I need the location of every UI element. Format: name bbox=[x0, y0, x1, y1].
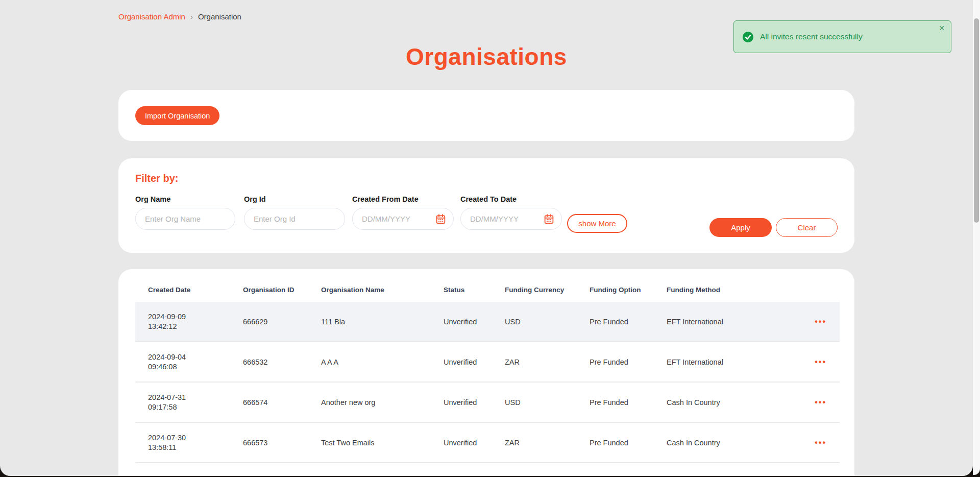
created-to-date-label: Created To Date bbox=[460, 195, 562, 203]
col-header-funding-currency: Funding Currency bbox=[505, 286, 590, 294]
col-header-funding-method: Funding Method bbox=[667, 286, 784, 294]
cell-funding-option: Pre Funded bbox=[590, 398, 667, 407]
cell-created-date: 2024-09-09 13:42:12 bbox=[148, 312, 243, 331]
row-actions-menu-icon[interactable]: ••• bbox=[815, 398, 826, 407]
created-time: 13:58:11 bbox=[148, 443, 243, 452]
cell-status: Unverified bbox=[444, 398, 505, 407]
cell-funding-method: EFT International bbox=[667, 358, 784, 366]
cell-organisation-name: 111 Bla bbox=[321, 318, 444, 326]
created-time: 13:42:12 bbox=[148, 322, 243, 331]
cell-created-date: 2024-07-30 13:58:11 bbox=[148, 433, 243, 452]
filter-field-created-from-date: Created From Date bbox=[352, 195, 454, 230]
org-id-label: Org Id bbox=[244, 195, 345, 203]
chevron-right-icon: › bbox=[190, 12, 193, 21]
org-id-input[interactable] bbox=[244, 208, 345, 230]
organisations-table: Created Date Organisation ID Organisatio… bbox=[135, 269, 840, 463]
filter-field-org-name: Org Name bbox=[135, 195, 235, 230]
created-date: 2024-09-09 bbox=[148, 312, 243, 322]
show-more-button[interactable]: show More bbox=[567, 214, 627, 233]
toast-message: All invites resent successfully bbox=[760, 32, 863, 41]
cell-organisation-id: 666532 bbox=[243, 358, 321, 366]
col-header-created-date: Created Date bbox=[148, 286, 243, 294]
cell-created-date: 2024-07-31 09:17:58 bbox=[148, 393, 243, 412]
created-date: 2024-09-04 bbox=[148, 352, 243, 362]
breadcrumb-current: Organisation bbox=[198, 12, 241, 21]
import-card: Import Organisation bbox=[118, 90, 854, 141]
created-from-date-label: Created From Date bbox=[352, 195, 454, 203]
cell-organisation-name: A A A bbox=[321, 358, 444, 366]
calendar-icon[interactable] bbox=[544, 213, 554, 224]
row-actions-menu-icon[interactable]: ••• bbox=[815, 317, 826, 326]
calendar-icon[interactable] bbox=[435, 213, 446, 224]
toast-close-icon[interactable]: ✕ bbox=[939, 23, 945, 33]
organisations-table-card: Created Date Organisation ID Organisatio… bbox=[118, 269, 854, 476]
col-header-organisation-name: Organisation Name bbox=[321, 286, 444, 294]
org-name-input[interactable] bbox=[135, 208, 235, 230]
apply-button[interactable]: Apply bbox=[709, 218, 772, 237]
filter-title: Filter by: bbox=[135, 173, 178, 184]
row-actions-menu-icon[interactable]: ••• bbox=[815, 438, 826, 447]
check-circle-icon bbox=[742, 31, 754, 43]
cell-funding-method: Cash In Country bbox=[667, 398, 784, 407]
cell-status: Unverified bbox=[444, 318, 505, 326]
table-row: 2024-09-09 13:42:12 666629 111 Bla Unver… bbox=[135, 302, 840, 342]
cell-status: Unverified bbox=[444, 439, 505, 447]
cell-funding-option: Pre Funded bbox=[590, 439, 667, 447]
table-header-row: Created Date Organisation ID Organisatio… bbox=[135, 269, 840, 302]
filter-field-created-to-date: Created To Date bbox=[460, 195, 562, 230]
col-header-funding-option: Funding Option bbox=[590, 286, 667, 294]
cell-funding-currency: ZAR bbox=[505, 439, 590, 447]
cell-status: Unverified bbox=[444, 358, 505, 366]
cell-funding-currency: USD bbox=[505, 398, 590, 407]
cell-funding-currency: USD bbox=[505, 318, 590, 326]
cell-funding-method: EFT International bbox=[667, 318, 784, 326]
filter-card: Filter by: Org Name Org Id Created From … bbox=[118, 158, 854, 253]
cell-funding-currency: ZAR bbox=[505, 358, 590, 366]
col-header-organisation-id: Organisation ID bbox=[243, 286, 321, 294]
cell-organisation-name: Another new org bbox=[321, 398, 444, 407]
cell-created-date: 2024-09-04 09:46:08 bbox=[148, 352, 243, 372]
cell-organisation-id: 666574 bbox=[243, 398, 321, 407]
scrollbar-track[interactable] bbox=[973, 0, 980, 475]
table-row: 2024-09-04 09:46:08 666532 A A A Unverif… bbox=[135, 342, 840, 383]
page-title: Organisations bbox=[118, 43, 854, 70]
created-time: 09:46:08 bbox=[148, 362, 243, 372]
col-header-status: Status bbox=[444, 286, 505, 294]
filter-field-org-id: Org Id bbox=[244, 195, 345, 230]
created-date: 2024-07-30 bbox=[148, 433, 243, 443]
created-time: 09:17:58 bbox=[148, 402, 243, 412]
import-organisation-button[interactable]: Import Organisation bbox=[135, 106, 219, 125]
cell-funding-method: Cash In Country bbox=[667, 439, 784, 447]
breadcrumb-link-organisation-admin[interactable]: Organisation Admin bbox=[118, 12, 185, 21]
org-name-label: Org Name bbox=[135, 195, 235, 203]
cell-funding-option: Pre Funded bbox=[590, 358, 667, 366]
created-date: 2024-07-31 bbox=[148, 393, 243, 402]
scrollbar-thumb[interactable] bbox=[974, 18, 979, 223]
cell-organisation-id: 666629 bbox=[243, 318, 321, 326]
cell-funding-option: Pre Funded bbox=[590, 318, 667, 326]
clear-button[interactable]: Clear bbox=[776, 218, 838, 237]
table-row: 2024-07-30 13:58:11 666573 Test Two Emai… bbox=[135, 423, 840, 463]
cell-organisation-name: Test Two Emails bbox=[321, 439, 444, 447]
cell-organisation-id: 666573 bbox=[243, 439, 321, 447]
row-actions-menu-icon[interactable]: ••• bbox=[815, 357, 826, 366]
app-window: Organisation Admin › Organisation All in… bbox=[0, 0, 973, 476]
breadcrumb: Organisation Admin › Organisation bbox=[118, 12, 241, 21]
table-row: 2024-07-31 09:17:58 666574 Another new o… bbox=[135, 383, 840, 423]
